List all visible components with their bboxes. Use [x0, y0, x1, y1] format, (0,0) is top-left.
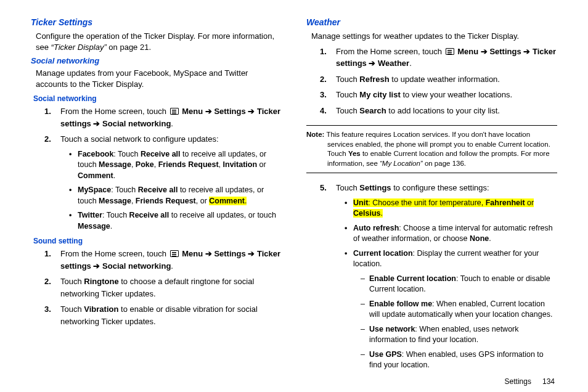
text: : Choose the unit for temperature,	[368, 198, 485, 207]
text: : Touch	[111, 186, 138, 194]
list-item: Twitter: Touch Receive all to receive al…	[69, 210, 282, 232]
text: Touch	[336, 106, 359, 115]
right-column: Weather Manage settings for weather upda…	[306, 17, 557, 375]
menu-label: Settings	[214, 249, 245, 258]
text: Touch a social network to configure upda…	[60, 134, 219, 144]
text: Touch	[60, 304, 84, 314]
list-item: MySpace: Touch Receive all to receive al…	[69, 185, 282, 206]
step-number: 5.	[320, 182, 327, 194]
ticker-settings-paragraph: Configure the operation of the Ticker Di…	[36, 31, 282, 52]
text: .	[245, 197, 247, 205]
label: Message	[99, 197, 131, 205]
arrow-icon: ➔	[478, 47, 489, 56]
label: Poke	[136, 160, 154, 169]
menu-label: Menu	[457, 47, 478, 56]
sound-steps-list: 1. From the Home screen, touch Menu ➔ Se…	[48, 248, 282, 327]
heading-weather: Weather	[306, 17, 557, 27]
text: Touch	[336, 183, 359, 192]
list-item: 1. From the Home screen, touch Menu ➔ Se…	[324, 46, 557, 70]
step-number: 1.	[44, 248, 51, 260]
cross-ref: “My Location”	[380, 160, 423, 167]
text: or	[257, 160, 266, 169]
text: Touch	[336, 75, 359, 84]
text: to add locations to your city list.	[386, 106, 500, 115]
note-label: Note:	[306, 131, 324, 138]
label: None	[470, 234, 489, 243]
weather-settings-bullets: Unit: Choose the unit for temperature, F…	[345, 198, 557, 371]
label: Current location	[353, 249, 413, 258]
text: on page 136.	[423, 160, 466, 167]
menu-label: Weather	[378, 59, 409, 68]
footer-section: Settings	[505, 377, 531, 386]
text: ,	[131, 197, 136, 205]
text: ,	[154, 160, 158, 169]
label: Settings	[359, 183, 391, 192]
text: .	[110, 222, 112, 231]
label: Facebook	[78, 150, 113, 158]
text: .	[409, 59, 412, 68]
list-item: Enable Current location: Touch to enable…	[361, 274, 557, 295]
current-location-sublist: Enable Current location: Touch to enable…	[361, 274, 557, 371]
arrow-icon: ➔	[246, 107, 257, 116]
arrow-icon: ➔	[246, 249, 257, 258]
list-item: Use network: When enabled, uses network …	[361, 324, 557, 346]
text: to view your weather locations.	[401, 90, 512, 99]
label: Comment	[78, 171, 113, 180]
text: .	[171, 261, 173, 271]
arrow-icon: ➔	[521, 47, 533, 56]
list-item: 4. Touch Search to add locations to your…	[324, 105, 557, 117]
list-item: Enable follow me: When enabled, Current …	[361, 299, 557, 321]
list-item: 3. Touch My city list to view your weath…	[324, 89, 557, 101]
label: Yes	[348, 150, 361, 157]
text: ,	[219, 160, 223, 169]
list-item: Auto refresh: Choose a time interval for…	[345, 223, 557, 245]
list-item: 2. Touch Refresh to update weather infor…	[324, 73, 557, 86]
step-number: 3.	[320, 89, 327, 101]
label: Use GPS	[369, 350, 402, 359]
text: ,	[131, 160, 136, 169]
list-item: Use GPS: When enabled, uses GPS informat…	[361, 349, 557, 371]
left-column: Ticker Settings Configure the operation …	[31, 17, 282, 375]
label: Refresh	[359, 75, 389, 84]
menu-label: Social networking	[102, 261, 171, 271]
subheading-social-networking: Social networking	[33, 94, 282, 103]
cross-ref: “Ticker Display”	[51, 43, 107, 52]
menu-label: Social networking	[102, 119, 171, 128]
label: Vibration	[84, 304, 118, 314]
text: to update weather information.	[390, 75, 500, 84]
text: to configure these settings:	[391, 183, 489, 192]
weather-steps-list: 1. From the Home screen, touch Menu ➔ Se…	[324, 46, 557, 117]
list-item: Current location: Display the current we…	[345, 248, 557, 371]
text: From the Home screen, touch	[336, 47, 444, 56]
text: : Touch	[102, 211, 129, 219]
list-item: 1. From the Home screen, touch Menu ➔ Se…	[48, 105, 282, 129]
subheading-sound-setting: Sound setting	[33, 237, 282, 245]
text: Touch	[336, 90, 359, 99]
arrow-icon: ➔	[91, 261, 102, 271]
label: Receive all	[141, 150, 181, 158]
label: Ringtone	[84, 277, 118, 286]
menu-icon	[170, 108, 179, 115]
label: Receive all	[138, 186, 178, 194]
menu-icon	[170, 250, 179, 257]
arrow-icon: ➔	[203, 249, 214, 258]
list-item: 2. Touch Ringtone to choose a default ri…	[48, 276, 282, 300]
note-box: Note: This feature requires Location ser…	[306, 125, 557, 173]
arrow-icon: ➔	[367, 59, 378, 68]
step-number: 2.	[44, 276, 51, 288]
label: Message	[78, 222, 110, 231]
step-number: 2.	[320, 73, 327, 86]
label: Message	[99, 160, 131, 169]
step-number: 3.	[44, 303, 51, 316]
list-item: Facebook: Touch Receive all to receive a…	[69, 149, 282, 182]
arrow-icon: ➔	[203, 107, 214, 116]
text: From the Home screen, touch	[60, 107, 169, 116]
social-steps-list: 1. From the Home screen, touch Menu ➔ Se…	[48, 105, 282, 232]
label: Friends Request	[158, 160, 219, 169]
label: Auto refresh	[353, 224, 399, 232]
label: Fahrenheit	[486, 198, 525, 207]
arrow-icon: ➔	[91, 119, 102, 128]
label: Enable Current location	[369, 274, 456, 283]
text: .	[380, 209, 382, 218]
social-networks-bullets: Facebook: Touch Receive all to receive a…	[69, 149, 282, 232]
